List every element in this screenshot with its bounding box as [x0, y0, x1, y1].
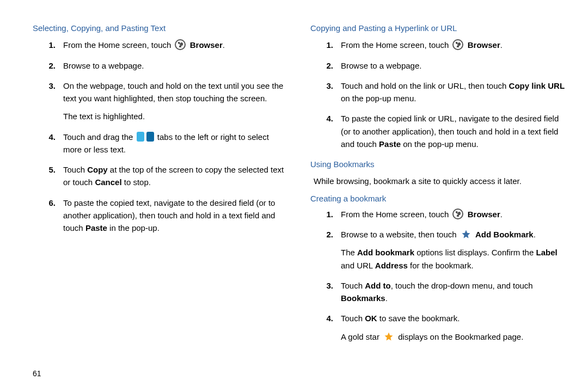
- inline-bold: Paste: [379, 139, 401, 149]
- step-number: 6.: [40, 197, 56, 209]
- step-number: 2.: [318, 59, 333, 72]
- step-continuation: A gold star displays on the Bookmarked p…: [341, 330, 566, 343]
- step-number: 5.: [40, 163, 56, 176]
- step-text: Browse to a webpage.: [341, 61, 421, 70]
- section-heading-right-3: Creating a bookmark: [310, 192, 566, 205]
- inline-bold: Address: [375, 261, 408, 270]
- globe-icon: [452, 39, 463, 50]
- section-heading-left: Selecting, Copying, and Pasting Text: [33, 22, 289, 34]
- step-tail: .: [500, 40, 503, 50]
- step-number: 2.: [40, 59, 56, 72]
- step-parts: Touch OK to save the bookmark.: [341, 314, 460, 323]
- step-bold: Browser: [468, 40, 500, 50]
- step-item: 4. Touch and drag the tabs to the left o…: [52, 131, 289, 156]
- section-heading-right-2: Using Bookmarks: [310, 158, 566, 170]
- step-text: On the webpage, touch and hold on the te…: [63, 81, 283, 103]
- step-number: 3.: [318, 279, 333, 292]
- star-blue-icon: [461, 229, 471, 239]
- inline-bold: Bookmarks: [341, 293, 385, 303]
- section-intro-text: While browsing, bookmark a site to quick…: [314, 175, 566, 187]
- step-bold: Browser: [468, 210, 500, 219]
- step-parts: Touch Add to, touch the drop-down menu, …: [341, 281, 533, 303]
- two-column-layout: Selecting, Copying, and Pasting Text 1. …: [33, 22, 566, 351]
- step-number: 3.: [40, 79, 56, 92]
- inline-bold: Add bookmark: [357, 248, 414, 257]
- right-column: Copying and Pasting a Hyperlink or URL 1…: [310, 22, 566, 351]
- inline-bold: Copy: [87, 165, 108, 174]
- step-item: 3. Touch Add to, touch the drop-down men…: [330, 279, 566, 305]
- step-text: From the Home screen, touch: [63, 40, 174, 50]
- step-parts: Touch Copy at the top of the screen to c…: [63, 165, 284, 187]
- steps-right-3: 1. From the Home screen, touch Browser. …: [310, 208, 566, 343]
- step-text: Browse to a webpage.: [63, 61, 144, 70]
- globe-icon: [175, 39, 186, 50]
- step-tail: .: [534, 230, 536, 239]
- step-tail: .: [223, 40, 225, 50]
- step-text: From the Home screen, touch: [341, 40, 451, 50]
- step-parts: Touch and hold on the link or URL, then …: [341, 81, 565, 103]
- cont-pre: A gold star: [341, 332, 382, 341]
- step-number: 1.: [318, 208, 333, 220]
- step-item: 1. From the Home screen, touch Browser.: [330, 39, 566, 51]
- step-continuation: The Add bookmark options list displays. …: [341, 246, 566, 272]
- step-item: 2. Browse to a webpage.: [330, 59, 566, 72]
- step-item: 1. From the Home screen, touch Browser.: [330, 208, 566, 220]
- step-item: 4. To paste the copied link or URL, navi…: [330, 112, 566, 150]
- step-number: 1.: [40, 39, 56, 51]
- step-item: 4. Touch OK to save the bookmark. A gold…: [330, 312, 566, 343]
- selection-tab-left-icon: [137, 132, 144, 142]
- step-text: Browse to a website, then touch: [341, 230, 459, 239]
- step-number: 1.: [318, 39, 333, 51]
- document-page: Selecting, Copying, and Pasting Text 1. …: [0, 0, 588, 392]
- inline-bold: Copy link URL: [509, 81, 565, 90]
- globe-icon: [452, 209, 463, 219]
- page-number: 61: [33, 368, 41, 380]
- step-item: 3. Touch and hold on the link or URL, th…: [330, 79, 566, 105]
- inline-bold: Paste: [85, 223, 107, 232]
- left-column: Selecting, Copying, and Pasting Text 1. …: [33, 22, 289, 351]
- step-bold: Add Bookmark: [475, 230, 534, 239]
- step-number: 4.: [318, 312, 333, 324]
- step-item: 1. From the Home screen, touch Browser.: [52, 39, 289, 51]
- step-continuation: The text is highlighted.: [63, 110, 289, 122]
- inline-bold: OK: [365, 314, 377, 323]
- step-item: 6. To paste the copied text, navigate to…: [52, 197, 289, 235]
- star-gold-icon: [384, 332, 394, 341]
- step-parts: To paste the copied text, navigate to th…: [63, 198, 275, 233]
- section-heading-right-1: Copying and Pasting a Hyperlink or URL: [310, 22, 566, 34]
- step-parts: To paste the copied link or URL, navigat…: [341, 114, 559, 149]
- inline-bold: Cancel: [95, 177, 121, 187]
- step-item: 2. Browse to a webpage.: [52, 59, 289, 72]
- step-text: From the Home screen, touch: [341, 210, 451, 219]
- step-number: 4.: [318, 112, 333, 125]
- step-number: 2.: [318, 228, 333, 241]
- inline-bold: Add to: [365, 281, 390, 290]
- step-bold: Browser: [190, 40, 223, 50]
- cont-post: displays on the Bookmarked page.: [396, 332, 523, 341]
- step-item: 2. Browse to a website, then touch Add B…: [330, 228, 566, 272]
- step-number: 3.: [318, 79, 333, 92]
- inline-bold: Label: [536, 248, 557, 257]
- step-tail: .: [500, 210, 503, 219]
- step-text: Touch and drag the: [63, 132, 136, 142]
- steps-right-1: 1. From the Home screen, touch Browser. …: [310, 39, 566, 150]
- step-item: 3. On the webpage, touch and hold on the…: [52, 79, 289, 123]
- selection-tab-right-icon: [146, 132, 154, 142]
- step-number: 4.: [40, 131, 56, 143]
- step-item: 5. Touch Copy at the top of the screen t…: [52, 163, 289, 189]
- steps-left: 1. From the Home screen, touch Browser. …: [33, 39, 289, 234]
